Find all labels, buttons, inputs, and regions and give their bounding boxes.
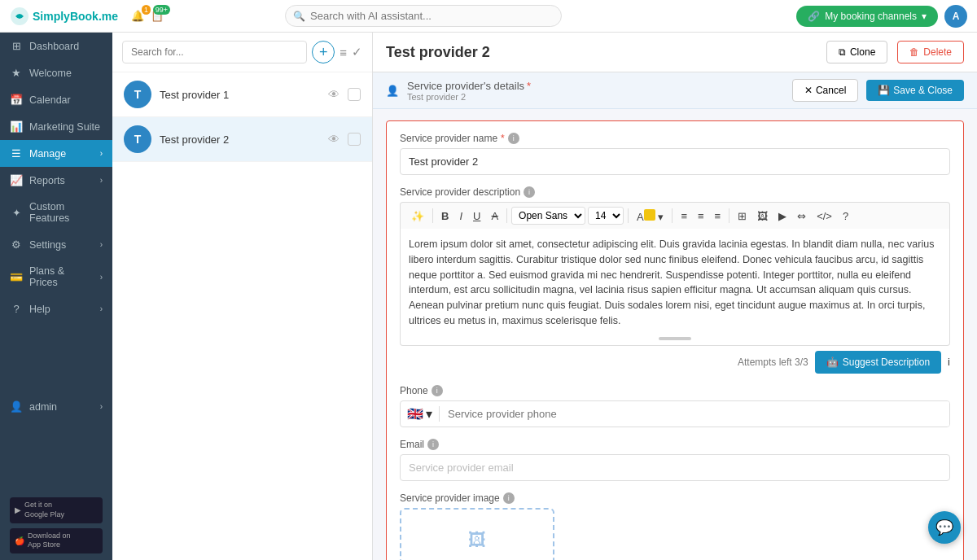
toolbar-sep-4: [672, 208, 673, 223]
trash-icon: 🗑: [909, 46, 919, 58]
editor-body[interactable]: Lorem ipsum dolor sit amet, consectetur …: [400, 229, 950, 346]
booking-channels-button[interactable]: 🔗 My booking channels ▾: [796, 6, 938, 27]
google-play-icon: ▶: [15, 505, 21, 514]
toolbar-ul-btn[interactable]: ≡: [677, 208, 691, 224]
chat-bubble-button[interactable]: 💬: [928, 511, 961, 544]
delete-button[interactable]: 🗑 Delete: [897, 41, 964, 63]
settings-icon: ⚙: [10, 238, 23, 251]
toolbar-indent-btn[interactable]: ≡: [711, 208, 725, 224]
marketing-icon: 📊: [10, 120, 23, 133]
sidebar-item-welcome[interactable]: ★ Welcome: [0, 59, 112, 86]
settings-arrow: ›: [100, 240, 103, 249]
main-content: Test provider 2 ⧉ Clone 🗑 Delete 👤 Servi…: [373, 33, 977, 560]
font-family-select[interactable]: Open Sans: [511, 207, 585, 225]
details-bar: 👤 Service provider's details * Test prov…: [373, 72, 977, 109]
apple-icon: 🍎: [15, 536, 24, 545]
color-indicator: [644, 209, 655, 221]
sidebar-item-settings[interactable]: ⚙ Settings ›: [0, 231, 112, 258]
sidebar-item-plans[interactable]: 💳 Plans & Prices ›: [0, 258, 112, 295]
search-icon: 🔍: [293, 11, 305, 22]
attempts-row: Attempts left 3/3 🤖 Suggest Description …: [400, 351, 950, 374]
font-size-select[interactable]: 14: [588, 207, 624, 225]
toolbar-help-btn[interactable]: ?: [839, 208, 852, 224]
notification-bell[interactable]: 🔔 1: [131, 10, 144, 22]
toolbar-sep-1: [432, 208, 433, 223]
suggest-info-icon[interactable]: i: [948, 356, 950, 368]
toolbar-link-btn[interactable]: ⇔: [793, 208, 810, 224]
toolbar-italic-btn[interactable]: I: [455, 208, 467, 224]
description-info-icon[interactable]: i: [524, 186, 535, 198]
help-icon: ?: [10, 303, 23, 315]
image-info-icon[interactable]: i: [503, 492, 515, 504]
sidebar-item-dashboard[interactable]: ⊞ Dashboard: [0, 33, 112, 59]
email-info-icon[interactable]: i: [427, 439, 439, 450]
toolbar-strikethrough-btn[interactable]: A: [487, 208, 502, 224]
name-info-icon[interactable]: i: [508, 133, 519, 144]
cancel-button[interactable]: ✕ Cancel: [792, 79, 858, 102]
provider-item[interactable]: T Test provider 1 👁: [112, 72, 372, 117]
provider-checkbox[interactable]: [348, 88, 361, 101]
sidebar-item-manage[interactable]: ☰ Manage ›: [0, 140, 112, 167]
phone-label: Phone i: [400, 385, 950, 396]
sidebar-item-reports[interactable]: 📈 Reports ›: [0, 167, 112, 194]
name-input[interactable]: [400, 148, 950, 175]
toolbar-video-btn[interactable]: ▶: [774, 208, 791, 224]
editor-content: Lorem ipsum dolor sit amet, consectetur …: [409, 238, 934, 326]
manage-icon: ☰: [10, 147, 23, 160]
google-play-button[interactable]: ▶ Get it onGoogle Play: [10, 497, 103, 523]
clone-button[interactable]: ⧉ Clone: [826, 41, 887, 63]
tasks-icon-wrap[interactable]: 📋 99+: [151, 10, 164, 22]
toolbar-underline-btn[interactable]: U: [469, 208, 484, 224]
task-badge: 99+: [153, 5, 170, 15]
phone-info-icon[interactable]: i: [432, 385, 443, 396]
toolbar-sep-5: [729, 208, 729, 223]
sidebar-item-calendar[interactable]: 📅 Calendar: [0, 86, 112, 113]
name-label: Service provider name * i: [400, 133, 950, 144]
provider-avatar: T: [124, 81, 151, 108]
flag-dropdown-icon: ▾: [426, 406, 432, 422]
sidebar-item-custom[interactable]: ✦ Custom Features: [0, 194, 112, 231]
phone-field-group: Phone i 🇬🇧 ▾: [400, 385, 950, 427]
toolbar-table-btn[interactable]: ⊞: [734, 208, 751, 224]
ai-icon: 🤖: [826, 357, 839, 368]
toolbar-code-btn[interactable]: </>: [813, 208, 836, 224]
admin-arrow: ›: [100, 402, 103, 411]
suggest-description-button[interactable]: 🤖 Suggest Description: [815, 351, 941, 374]
toolbar-ol-btn[interactable]: ≡: [694, 208, 708, 224]
email-input[interactable]: [400, 454, 950, 481]
provider-item[interactable]: T Test provider 2 👁: [112, 117, 372, 162]
sidebar-item-admin[interactable]: 👤 admin ›: [0, 393, 112, 420]
close-icon: ✕: [804, 85, 813, 96]
check-all-button[interactable]: ✓: [352, 45, 362, 59]
search-input[interactable]: [285, 5, 562, 27]
toolbar-magic-btn[interactable]: ✨: [407, 208, 428, 224]
form-scroll: Service provider name * i Service provid…: [373, 109, 977, 560]
notification-badge: 1: [142, 5, 151, 15]
provider-checkbox[interactable]: [348, 133, 361, 146]
provider-search-input[interactable]: [122, 41, 307, 63]
chat-icon: 💬: [935, 518, 953, 536]
toolbar-color-btn[interactable]: A ▾: [633, 208, 668, 225]
toolbar-bold-btn[interactable]: B: [437, 208, 453, 224]
sidebar-item-marketing[interactable]: 📊 Marketing Suite: [0, 113, 112, 140]
details-bar-subtitle: Test provider 2: [407, 92, 531, 102]
app-store-button[interactable]: 🍎 Download onApp Store: [10, 528, 103, 553]
calendar-icon: 📅: [10, 94, 23, 106]
eye-icon[interactable]: 👁: [328, 133, 340, 146]
search-bar: 🔍: [285, 5, 562, 27]
toolbar-image-btn[interactable]: 🖼: [753, 208, 772, 224]
toolbar-sep-2: [506, 208, 507, 223]
name-field-group: Service provider name * i: [400, 133, 950, 175]
phone-input[interactable]: [440, 401, 949, 427]
avatar[interactable]: A: [944, 5, 967, 28]
editor-scrollbar: [659, 337, 691, 340]
description-label: Service provider description i: [400, 186, 950, 198]
phone-flag[interactable]: 🇬🇧 ▾: [401, 406, 440, 422]
eye-icon[interactable]: 👁: [328, 88, 340, 101]
logo[interactable]: SimplyBook.me: [10, 7, 118, 26]
list-view-button[interactable]: ≡: [340, 46, 347, 59]
sidebar-item-help[interactable]: ? Help ›: [0, 295, 112, 322]
save-close-button[interactable]: 💾 Save & Close: [866, 80, 964, 101]
image-upload-area[interactable]: 🖼: [400, 508, 554, 561]
add-provider-button[interactable]: +: [312, 41, 335, 63]
